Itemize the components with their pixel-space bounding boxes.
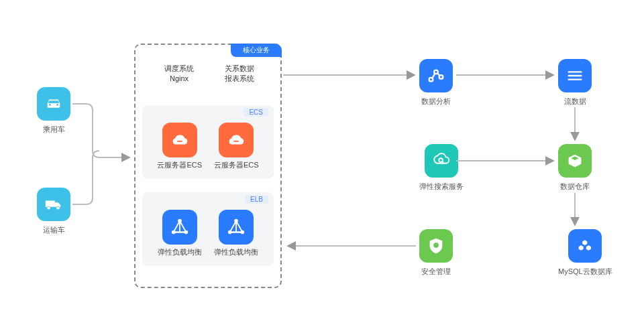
car-label: 乘用车 <box>43 125 65 135</box>
analytics-icon <box>419 59 453 92</box>
stream-icon <box>558 59 592 92</box>
core-tab: 核心业务 <box>231 44 282 57</box>
analytics-label: 数据分析 <box>421 96 451 107</box>
elb-icon <box>162 210 197 245</box>
cloudsearch-label: 弹性搜索服务 <box>419 182 464 192</box>
stream-label: 流数据 <box>564 96 586 107</box>
node-mysql: MySQL云数据库 <box>558 229 612 277</box>
mysql-icon <box>568 229 602 263</box>
security-icon <box>419 229 453 263</box>
ecs-tag: ECS <box>244 108 268 117</box>
bigdata-label: 数据仓库 <box>560 182 590 192</box>
ecs-box: ECS 云服务器ECS 云服务器ECS <box>142 105 274 179</box>
node-bigdata: 数据仓库 <box>558 144 592 192</box>
cloudsearch-icon <box>425 144 458 178</box>
ecs-icon <box>162 123 197 157</box>
node-truck: 运输车 <box>37 188 70 235</box>
node-car: 乘用车 <box>37 87 70 135</box>
node-security: 安全管理 <box>419 229 453 277</box>
car-icon <box>37 87 70 121</box>
node-cloudsearch: 弹性搜索服务 <box>419 144 464 192</box>
truck-label: 运输车 <box>43 225 65 235</box>
elb-tag: ELB <box>245 195 268 204</box>
mysql-label: MySQL云数据库 <box>558 267 612 277</box>
ecs-item-1: 云服务器ECS <box>157 123 202 170</box>
elb-box: ELB 弹性负载均衡 弹性负载均衡 <box>142 192 274 266</box>
bigdata-icon <box>558 144 592 178</box>
elb-item-1: 弹性负载均衡 <box>158 210 202 257</box>
core-container: 核心业务 调度系统 Nginx 关系数据 报表系统 ECS 云服务器ECS 云服… <box>134 44 282 288</box>
ecs-icon <box>219 123 254 157</box>
text-block-1: 调度系统 Nginx <box>156 64 203 84</box>
node-analytics: 数据分析 <box>419 59 453 107</box>
elb-item-2: 弹性负载均衡 <box>214 210 258 257</box>
security-label: 安全管理 <box>421 267 451 277</box>
truck-icon <box>37 188 70 221</box>
connectors <box>0 0 644 335</box>
text-block-2: 关系数据 报表系统 <box>216 64 263 84</box>
node-stream: 流数据 <box>558 59 592 107</box>
ecs-item-2: 云服务器ECS <box>214 123 259 170</box>
elb-icon <box>219 210 254 245</box>
